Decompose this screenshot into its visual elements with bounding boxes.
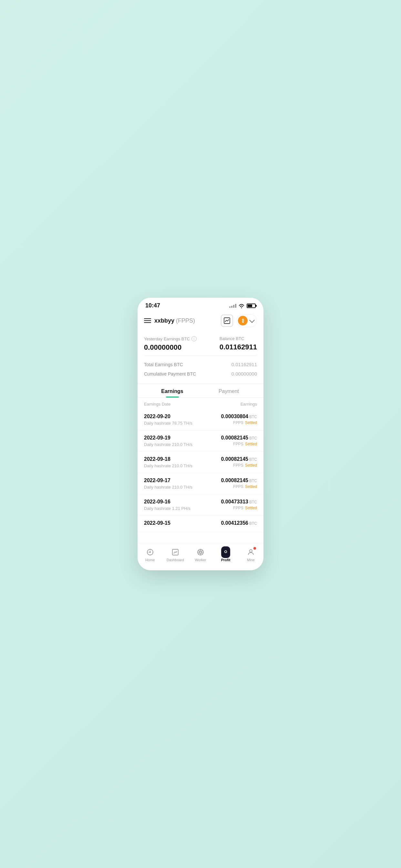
dashboard-label: Dashboard	[166, 558, 184, 562]
table-row: 2022-09-16 Daily hashrate 1.21 PH/s 0.00…	[137, 494, 264, 516]
stats-main-row: Yesterday Earnings BTC i 0.00000000 Bala…	[144, 336, 257, 352]
earning-meta-1: FPPS Settled	[221, 442, 257, 446]
chart-button[interactable]	[221, 314, 233, 327]
home-icon	[146, 548, 155, 557]
earning-amount-2: 0.00082145BTC	[221, 456, 257, 462]
earning-left-4: 2022-09-16 Daily hashrate 1.21 PH/s	[144, 499, 190, 511]
earning-left-1: 2022-09-19 Daily hashrate 210.0 TH/s	[144, 435, 192, 447]
svg-line-16	[202, 553, 203, 554]
nav-item-dashboard[interactable]: Dashboard	[163, 546, 188, 564]
mine-label: Mine	[247, 558, 255, 562]
table-row: 2022-09-15 0.00412356BTC	[137, 516, 264, 532]
earning-right-5: 0.00412356BTC	[221, 520, 257, 526]
earning-amount-1: 0.00082145BTC	[221, 435, 257, 441]
earning-status-2: Settled	[245, 463, 257, 468]
earning-right-4: 0.00473313BTC FPPS Settled	[221, 499, 257, 510]
earning-right-2: 0.00082145BTC FPPS Settled	[221, 456, 257, 468]
svg-point-20	[250, 550, 252, 552]
earning-type-0: FPPS	[233, 421, 243, 425]
earning-meta-3: FPPS Settled	[221, 485, 257, 489]
earning-date-0: 2022-09-20	[144, 414, 192, 420]
table-row: 2022-09-19 Daily hashrate 210.0 TH/s 0.0…	[137, 430, 264, 452]
earning-date-1: 2022-09-19	[144, 435, 192, 441]
earning-left-0: 2022-09-20 Daily hashrate 78.75 TH/s	[144, 414, 192, 426]
earning-currency-3: BTC	[249, 478, 257, 483]
status-icons	[229, 303, 256, 308]
info-icon[interactable]: i	[191, 336, 197, 341]
earning-right-3: 0.00082145BTC FPPS Settled	[221, 477, 257, 489]
yesterday-earnings-label: Yesterday Earnings BTC i	[144, 336, 197, 341]
header: xxbbyy (FPPS) ₿	[137, 312, 264, 331]
svg-point-0	[241, 307, 242, 308]
earning-currency-1: BTC	[249, 436, 257, 440]
cumulative-payment-label: Cumulative Payment BTC	[144, 371, 196, 376]
signal-icon	[229, 304, 236, 308]
total-earnings-value: 0.01162911	[232, 362, 257, 367]
tab-earnings[interactable]: Earnings	[144, 384, 201, 398]
earning-hashrate-1: Daily hashrate 210.0 TH/s	[144, 442, 192, 447]
tabs: Earnings Payment	[137, 384, 264, 398]
account-name: xxbbyy (FPPS)	[154, 317, 195, 324]
svg-line-15	[198, 550, 200, 552]
earning-hashrate-0: Daily hashrate 78.75 TH/s	[144, 421, 192, 426]
earning-status-4: Settled	[245, 506, 257, 510]
tab-payment[interactable]: Payment	[201, 384, 257, 398]
earning-status-0: Settled	[245, 421, 257, 425]
table-header: Earnings Date Earnings	[137, 398, 264, 409]
earning-currency-2: BTC	[249, 457, 257, 462]
worker-icon	[196, 548, 205, 557]
earning-meta-2: FPPS Settled	[221, 463, 257, 468]
bottom-nav: Home Dashboard	[137, 543, 264, 570]
svg-point-10	[199, 551, 202, 553]
earning-date-2: 2022-09-18	[144, 456, 192, 462]
earning-amount-5: 0.00412356BTC	[221, 520, 257, 526]
mine-badge	[253, 547, 256, 550]
earning-amount-3: 0.00082145BTC	[221, 477, 257, 484]
svg-line-17	[202, 550, 203, 552]
chevron-down-icon	[249, 317, 255, 323]
earning-meta-4: FPPS Settled	[221, 506, 257, 510]
battery-icon	[247, 304, 256, 308]
table-row: 2022-09-18 Daily hashrate 210.0 TH/s 0.0…	[137, 452, 264, 473]
date-column-header: Earnings Date	[144, 402, 171, 407]
svg-point-3	[150, 552, 151, 553]
earning-status-1: Settled	[245, 442, 257, 446]
earning-amount-4: 0.00473313BTC	[221, 499, 257, 505]
nav-item-worker[interactable]: Worker	[188, 546, 213, 564]
crypto-selector[interactable]: ₿	[236, 314, 257, 327]
nav-item-home[interactable]: Home	[137, 546, 163, 564]
earning-currency-5: BTC	[249, 521, 257, 526]
home-label: Home	[145, 558, 155, 562]
earning-left-2: 2022-09-18 Daily hashrate 210.0 TH/s	[144, 456, 192, 468]
worker-label: Worker	[195, 558, 206, 562]
earning-right-1: 0.00082145BTC FPPS Settled	[221, 435, 257, 446]
nav-item-profit[interactable]: Profit	[213, 546, 238, 564]
svg-line-18	[198, 553, 200, 554]
phone-frame: 10:47 xxbbyy (FPPS)	[137, 298, 264, 570]
balance-label: Balance BTC	[220, 336, 257, 341]
earnings-column-header: Earnings	[241, 402, 257, 407]
earning-currency-4: BTC	[249, 500, 257, 504]
header-left: xxbbyy (FPPS)	[144, 317, 195, 324]
divider	[144, 355, 257, 356]
earning-hashrate-3: Daily hashrate 210.0 TH/s	[144, 485, 192, 490]
account-type: (FPPS)	[176, 317, 195, 324]
earning-amount-0: 0.00030804BTC	[221, 414, 257, 420]
total-earnings-label: Total Earnings BTC	[144, 362, 183, 367]
menu-button[interactable]	[144, 318, 151, 323]
wifi-icon	[238, 303, 245, 308]
svg-rect-19	[223, 550, 228, 554]
earning-date-4: 2022-09-16	[144, 499, 190, 505]
earning-date-3: 2022-09-17	[144, 477, 192, 484]
balance-stat: Balance BTC 0.01162911	[220, 336, 257, 352]
earning-type-3: FPPS	[233, 485, 243, 489]
nav-item-mine[interactable]: Mine	[238, 546, 264, 564]
table-row: 2022-09-17 Daily hashrate 210.0 TH/s 0.0…	[137, 473, 264, 494]
earning-date-5: 2022-09-15	[144, 520, 171, 526]
earning-type-4: FPPS	[233, 506, 243, 510]
earning-type-1: FPPS	[233, 442, 243, 446]
status-time: 10:47	[145, 302, 160, 309]
earning-right-0: 0.00030804BTC FPPS Settled	[221, 414, 257, 425]
balance-value: 0.01162911	[220, 343, 257, 351]
cumulative-payment-row: Cumulative Payment BTC 0.00000000	[144, 369, 257, 378]
